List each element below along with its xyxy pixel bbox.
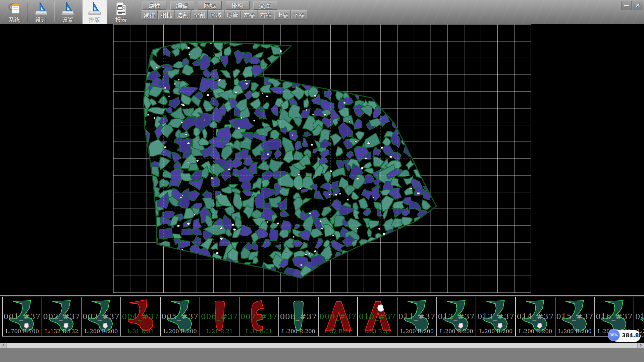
- part-lr-count: L:200 R:200: [397, 328, 436, 335]
- part-name: 005_#37: [161, 312, 200, 321]
- part-lr-count: L:200 R:200: [516, 328, 555, 335]
- memory-value: 384.8M: [622, 332, 644, 339]
- report-doc-icon: [114, 1, 128, 16]
- tool-button-8[interactable]: 右靠: [258, 10, 274, 20]
- part-thumbnail-1[interactable]: 001_#37 L:700 R:700: [2, 297, 42, 337]
- tool-button-5[interactable]: 区域: [208, 10, 224, 20]
- part-thumbnail-14[interactable]: 014_#37 L:200 R:200: [515, 297, 555, 337]
- nesting-ruler-icon: [87, 1, 102, 16]
- tool-button-7[interactable]: 左靠: [241, 10, 257, 20]
- system-gear-icon: [7, 1, 22, 16]
- part-thumbnail-8[interactable]: 008_#37 L:200 R:200: [278, 297, 319, 337]
- part-lr-count: L:21 R:21: [200, 328, 239, 335]
- part-name: 008_#37: [279, 312, 318, 321]
- menu-item-3[interactable]: 区域: [198, 1, 222, 10]
- nav-button-label: 设置: [62, 16, 73, 23]
- tool-button-2[interactable]: 相机: [158, 10, 174, 20]
- part-thumbnail-13[interactable]: 013_#37 L:200 R:200: [476, 297, 516, 337]
- nav-button-label: 系统: [9, 16, 20, 23]
- part-lr-count: L:33 R:33: [358, 328, 397, 335]
- part-lr-count: L:200 R:200: [279, 328, 318, 335]
- part-thumbnail-2[interactable]: 002_#37 L:132 R:132: [42, 297, 82, 337]
- part-thumbnail-7[interactable]: 007_#37 L:31 R:31: [239, 297, 279, 337]
- part-lr-count: L:700 R:700: [3, 328, 42, 335]
- tool-button-9[interactable]: 上靠: [274, 10, 290, 20]
- part-thumbnail-11[interactable]: 011_#37 L:200 R:200: [397, 297, 437, 337]
- part-thumbnail-6[interactable]: 006_#37 L:21 R:21: [200, 297, 240, 337]
- part-lr-count: L:32 R:31: [319, 328, 358, 335]
- part-lr-count: L:200 R:200: [476, 328, 515, 335]
- window-bottom-chrome: [0, 348, 644, 362]
- part-thumbnail-15[interactable]: 015_#37 L:200 R:200: [555, 297, 595, 337]
- nav-button-2[interactable]: 设计: [29, 0, 53, 24]
- part-lr-count: L:200 R:200: [82, 328, 120, 335]
- part-lr-count: L:200 R:200: [161, 328, 200, 335]
- part-name: 012_#37: [437, 312, 476, 321]
- part-name: 001_#37: [3, 312, 42, 321]
- part-name: 010_#37: [358, 312, 397, 321]
- nav-button-label: 排版: [89, 16, 100, 23]
- part-name: 011_#37: [397, 312, 436, 321]
- nav-separator: [54, 2, 55, 22]
- tool-button-10[interactable]: 下靠: [291, 10, 307, 20]
- nav-separator: [28, 2, 28, 22]
- percent-circle: 38%: [608, 329, 620, 341]
- part-name: 013_#37: [476, 312, 515, 321]
- part-name: 006_#37: [200, 312, 239, 321]
- parts-thumbnail-strip: 001_#37 L:700 R:700 002_#37 L:132 R:132 …: [0, 296, 644, 337]
- application-window: 系统 设计 设置 排版 报表 属性编辑区域排料交互 聚: [0, 0, 644, 362]
- close-button[interactable]: ✕: [633, 1, 643, 10]
- part-name: 009_#37: [319, 312, 358, 321]
- part-name: 017_#37: [634, 312, 644, 321]
- part-thumbnail-3[interactable]: 003_#37 L:200 R:200: [81, 297, 121, 337]
- tool-button-6[interactable]: 瑕疵: [225, 10, 241, 20]
- part-name: 014_#37: [516, 312, 555, 321]
- scroll-left-arrow-icon[interactable]: ‹: [0, 343, 7, 348]
- part-thumbnail-5[interactable]: 005_#37 L:200 R:200: [160, 297, 200, 337]
- progress-badge: 384.8M 38%: [608, 329, 641, 342]
- minimize-button[interactable]: —: [621, 1, 632, 10]
- nesting-layout-svg: [0, 24, 644, 295]
- nav-button-1[interactable]: 系统: [2, 0, 26, 24]
- scroll-right-arrow-icon[interactable]: ›: [637, 343, 644, 348]
- part-lr-count: L:200 R:200: [555, 328, 594, 335]
- menu-item-1[interactable]: 属性: [143, 1, 166, 10]
- part-name: 016_#37: [595, 312, 634, 321]
- nav-button-5[interactable]: 报表: [109, 0, 133, 24]
- nav-button-label: 报表: [115, 16, 127, 23]
- menu-item-4[interactable]: 排料: [226, 1, 250, 10]
- menu-item-2[interactable]: 编辑: [170, 1, 194, 10]
- settings-ruler-icon: [60, 1, 75, 16]
- nav-button-4[interactable]: 排版: [83, 0, 107, 24]
- part-thumbnail-9[interactable]: 009_#37 L:32 R:31: [318, 297, 358, 337]
- part-name: 007_#37: [239, 312, 278, 321]
- tool-button-1[interactable]: 聚排: [142, 10, 158, 20]
- nesting-canvas[interactable]: [0, 24, 644, 295]
- part-lr-count: L:200 R:200: [437, 328, 476, 335]
- menu-item-5[interactable]: 交互: [253, 1, 277, 10]
- part-name: 002_#37: [42, 312, 81, 321]
- part-lr-count: L:31 R:31: [121, 328, 160, 335]
- tool-button-4[interactable]: 全割: [192, 10, 208, 20]
- horizontal-scrollbar[interactable]: ‹ ›: [0, 343, 644, 348]
- part-thumbnail-4[interactable]: 004_#37 L:31 R:31: [120, 297, 161, 337]
- part-name: 003_#37: [82, 312, 120, 321]
- tool-button-3[interactable]: 选割: [175, 10, 191, 20]
- part-lr-count: L:31 R:31: [239, 328, 278, 335]
- design-ruler-icon: [34, 1, 49, 16]
- part-lr-count: L:132 R:132: [42, 328, 81, 335]
- part-name: 015_#37: [555, 312, 594, 321]
- part-thumbnail-12[interactable]: 012_#37 L:200 R:200: [436, 297, 477, 337]
- part-name: 004_#37: [121, 312, 160, 321]
- part-thumbnail-10[interactable]: 010_#37 L:33 R:33: [357, 297, 397, 337]
- nav-button-3[interactable]: 设置: [56, 0, 80, 24]
- nav-button-label: 设计: [36, 16, 47, 23]
- main-toolbar: 系统 设计 设置 排版 报表 属性编辑区域排料交互 聚: [0, 0, 644, 24]
